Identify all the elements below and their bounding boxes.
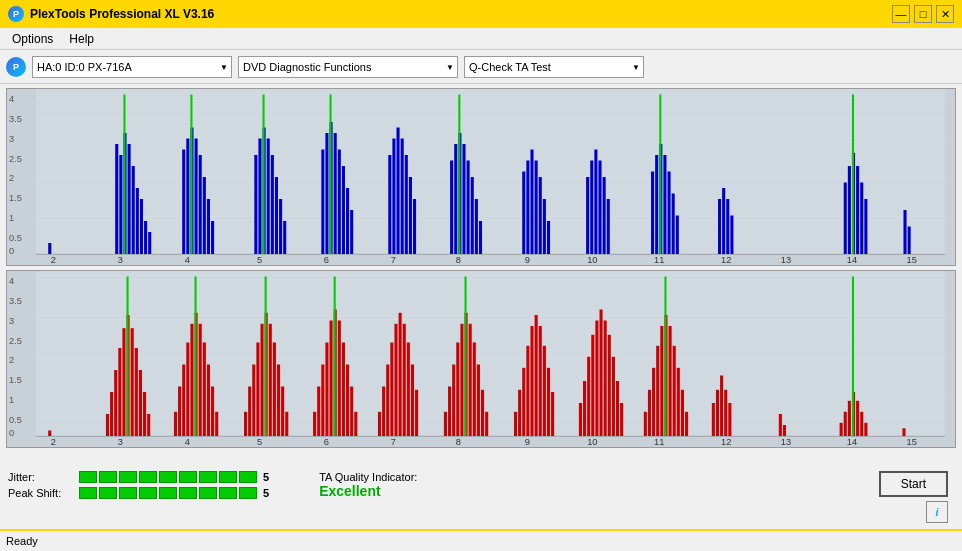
peakshift-seg-1 — [79, 487, 97, 499]
close-button[interactable]: ✕ — [936, 5, 954, 23]
svg-rect-213 — [514, 412, 517, 436]
svg-rect-227 — [595, 321, 598, 437]
info-button[interactable]: i — [926, 501, 948, 523]
ta-section: TA Quality Indicator: Excellent — [319, 471, 417, 499]
svg-rect-57 — [330, 95, 332, 255]
svg-rect-241 — [673, 346, 676, 436]
svg-rect-205 — [460, 324, 463, 436]
svg-rect-46 — [279, 199, 282, 254]
svg-rect-74 — [522, 172, 525, 255]
svg-rect-26 — [136, 188, 139, 254]
drive-icon: P — [6, 57, 26, 77]
jitter-value: 5 — [263, 471, 269, 483]
top-chart: 4 3.5 3 2.5 2 1.5 1 0.5 0 — [6, 88, 956, 266]
svg-rect-52 — [334, 133, 337, 254]
svg-rect-39 — [190, 95, 192, 255]
svg-rect-207 — [469, 324, 472, 436]
svg-rect-82 — [590, 161, 593, 255]
svg-rect-47 — [283, 221, 286, 254]
svg-rect-37 — [207, 199, 210, 254]
svg-rect-222 — [551, 392, 554, 436]
svg-rect-190 — [334, 277, 336, 437]
svg-rect-29 — [148, 232, 151, 254]
svg-rect-92 — [672, 194, 675, 255]
svg-rect-153 — [147, 414, 150, 436]
svg-rect-170 — [256, 343, 259, 437]
svg-rect-240 — [669, 326, 672, 436]
svg-rect-147 — [122, 328, 125, 436]
jitter-seg-1 — [79, 471, 97, 483]
jitter-seg-8 — [219, 471, 237, 483]
svg-text:13: 13 — [781, 254, 791, 265]
svg-text:0.5: 0.5 — [9, 232, 22, 243]
svg-rect-68 — [462, 144, 465, 254]
jitter-seg-2 — [99, 471, 117, 483]
svg-rect-151 — [139, 370, 142, 436]
peakshift-seg-5 — [159, 487, 177, 499]
svg-text:11: 11 — [654, 254, 664, 265]
jitter-seg-3 — [119, 471, 137, 483]
svg-rect-80 — [547, 221, 550, 254]
function-select[interactable]: DVD Diagnostic Functions — [238, 56, 458, 78]
svg-rect-96 — [722, 188, 725, 254]
svg-rect-209 — [477, 365, 480, 437]
svg-rect-64 — [413, 199, 416, 254]
menu-options[interactable]: Options — [4, 30, 61, 48]
function-select-wrapper: DVD Diagnostic Functions — [238, 56, 458, 78]
svg-rect-180 — [317, 387, 320, 437]
svg-text:6: 6 — [324, 254, 329, 265]
svg-rect-167 — [244, 412, 247, 436]
svg-rect-174 — [273, 343, 276, 437]
svg-rect-219 — [539, 326, 542, 436]
jitter-row: Jitter: 5 — [8, 471, 269, 483]
svg-text:2.5: 2.5 — [9, 334, 22, 345]
minimize-button[interactable]: — — [892, 5, 910, 23]
svg-rect-247 — [716, 390, 719, 436]
toolbar: P HA:0 ID:0 PX-716A DVD Diagnostic Funct… — [0, 50, 962, 84]
svg-rect-141 — [36, 271, 945, 436]
jitter-label: Jitter: — [8, 471, 73, 483]
svg-rect-251 — [779, 414, 782, 436]
menu-help[interactable]: Help — [61, 30, 102, 48]
svg-rect-188 — [350, 387, 353, 437]
status-text: Ready — [6, 535, 38, 547]
svg-rect-19 — [36, 89, 945, 254]
title-bar: P PlexTools Professional XL V3.16 — □ ✕ — [0, 0, 962, 28]
svg-text:0: 0 — [9, 427, 14, 438]
svg-rect-225 — [587, 357, 590, 436]
jitter-seg-5 — [159, 471, 177, 483]
svg-rect-255 — [848, 401, 851, 436]
svg-rect-34 — [195, 139, 198, 255]
svg-text:8: 8 — [456, 254, 461, 265]
svg-text:3.5: 3.5 — [9, 295, 22, 306]
svg-text:12: 12 — [721, 254, 731, 265]
svg-rect-161 — [199, 324, 202, 436]
start-button[interactable]: Start — [879, 471, 948, 497]
ta-quality-value: Excellent — [319, 483, 417, 499]
svg-rect-182 — [325, 343, 328, 437]
svg-rect-22 — [119, 155, 122, 254]
svg-rect-84 — [598, 161, 601, 255]
bottom-chart: 4 3.5 3 2.5 2 1.5 1 0.5 0 — [6, 270, 956, 448]
svg-rect-99 — [844, 183, 847, 255]
svg-rect-40 — [254, 155, 257, 254]
svg-rect-146 — [118, 348, 121, 436]
svg-rect-55 — [346, 188, 349, 254]
svg-rect-87 — [651, 172, 654, 255]
svg-rect-253 — [840, 423, 843, 436]
drive-select[interactable]: HA:0 ID:0 PX-716A — [32, 56, 232, 78]
menu-bar: Options Help — [0, 28, 962, 50]
svg-rect-36 — [203, 177, 206, 254]
svg-rect-50 — [325, 133, 328, 254]
maximize-button[interactable]: □ — [914, 5, 932, 23]
svg-rect-48 — [263, 95, 265, 255]
svg-rect-54 — [342, 166, 345, 254]
svg-rect-35 — [199, 155, 202, 254]
svg-rect-24 — [128, 144, 131, 254]
test-select[interactable]: Q-Check TA Test — [464, 56, 644, 78]
svg-rect-104 — [864, 199, 867, 254]
svg-rect-175 — [277, 365, 280, 437]
svg-rect-165 — [215, 412, 218, 436]
svg-rect-77 — [535, 161, 538, 255]
svg-rect-32 — [186, 139, 189, 255]
